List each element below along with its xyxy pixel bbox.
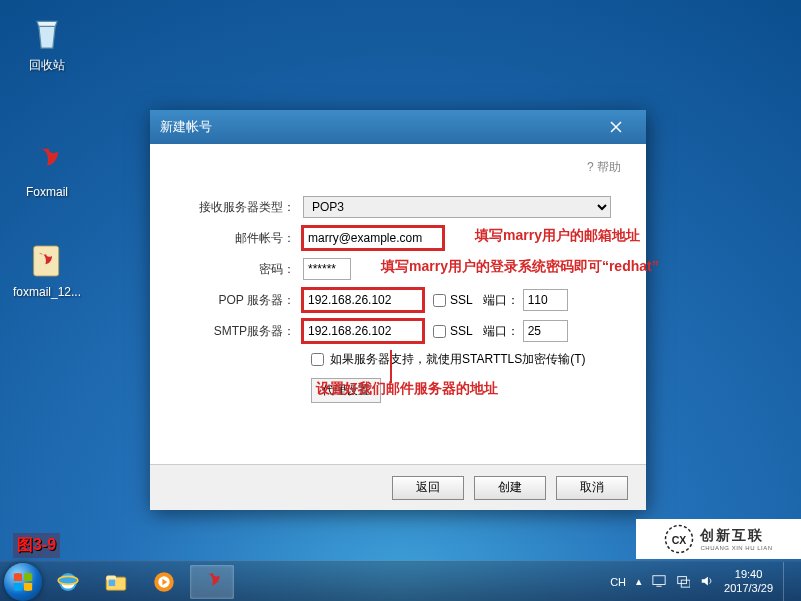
annotation-server: 设置好我们邮件服务器的地址 <box>316 380 498 398</box>
figure-label: 图3-9 <box>13 533 60 558</box>
taskbar-clock[interactable]: 19:40 2017/3/29 <box>724 568 773 594</box>
windows-logo-icon <box>12 571 34 593</box>
smtp-server-input[interactable] <box>303 320 423 342</box>
show-desktop-button[interactable] <box>783 562 795 602</box>
foxmail-icon <box>26 140 68 182</box>
taskbar-item-foxmail[interactable] <box>190 565 234 599</box>
desktop-icon-label: Foxmail <box>12 185 82 199</box>
pop-ssl-check[interactable]: SSL <box>433 293 473 307</box>
email-account-row: 邮件帐号： 填写marry用户的邮箱地址 <box>175 227 621 249</box>
watermark-brand: 创新互联 <box>700 527 772 545</box>
pop-port-input[interactable] <box>523 289 568 311</box>
server-type-label: 接收服务器类型： <box>175 199 303 216</box>
zip-file-icon <box>26 240 68 282</box>
dialog-title: 新建帐号 <box>160 118 596 136</box>
network-icon[interactable] <box>676 574 690 590</box>
starttls-checkbox[interactable] <box>311 353 324 366</box>
start-button[interactable] <box>4 563 42 601</box>
desktop-icon-foxmail-zip[interactable]: foxmail_12... <box>12 240 82 299</box>
pop-ssl-checkbox[interactable] <box>433 294 446 307</box>
server-type-select[interactable]: POP3 <box>303 196 611 218</box>
foxmail-icon <box>199 569 225 595</box>
create-button[interactable]: 创建 <box>474 476 546 500</box>
system-tray: CH ▴ 19:40 2017/3/29 <box>610 562 801 602</box>
taskbar-item-explorer[interactable] <box>94 565 138 599</box>
svg-rect-10 <box>653 575 665 584</box>
folder-icon <box>103 569 129 595</box>
taskbar-item-ie[interactable] <box>46 565 90 599</box>
pop-port-label: 端口： <box>483 292 519 309</box>
server-type-row: 接收服务器类型： POP3 <box>175 196 621 218</box>
watermark-sub: CHUANG XIN HU LIAN <box>700 545 772 551</box>
password-row: 密码： 填写marry用户的登录系统密码即可“redhat” <box>175 258 621 280</box>
smtp-port-input[interactable] <box>523 320 568 342</box>
clock-time: 19:40 <box>724 568 773 581</box>
dialog-footer: 返回 创建 取消 <box>150 464 646 510</box>
dialog-titlebar[interactable]: 新建帐号 <box>150 110 646 144</box>
tray-chevron-up-icon[interactable]: ▴ <box>636 575 642 588</box>
password-label: 密码： <box>175 261 303 278</box>
annotation-password: 填写marry用户的登录系统密码即可“redhat” <box>381 258 659 276</box>
ie-icon <box>55 569 81 595</box>
desktop-icon-recycle-bin[interactable]: 回收站 <box>12 12 82 74</box>
desktop-icon-label: 回收站 <box>12 57 82 74</box>
password-input[interactable] <box>303 258 351 280</box>
watermark: CX 创新互联 CHUANG XIN HU LIAN <box>636 519 801 559</box>
dialog-body: ? 帮助 接收服务器类型： POP3 邮件帐号： 填写marry用户的邮箱地址 … <box>150 144 646 403</box>
desktop-icon-foxmail[interactable]: Foxmail <box>12 140 82 199</box>
back-button[interactable]: 返回 <box>392 476 464 500</box>
smtp-ssl-check[interactable]: SSL <box>433 324 473 338</box>
smtp-server-row: SMTP服务器： SSL 端口： <box>175 320 621 342</box>
action-center-icon[interactable] <box>652 574 666 590</box>
pop-server-input[interactable] <box>303 289 423 311</box>
help-link[interactable]: ? 帮助 <box>175 159 621 176</box>
volume-icon[interactable] <box>700 574 714 590</box>
starttls-label: 如果服务器支持，就使用STARTTLS加密传输(T) <box>330 351 586 368</box>
svg-rect-7 <box>109 579 116 586</box>
recycle-bin-icon <box>26 12 68 54</box>
clock-date: 2017/3/29 <box>724 582 773 595</box>
pop-server-label: POP 服务器： <box>175 292 303 309</box>
annotation-arrow <box>390 350 392 383</box>
taskbar: CH ▴ 19:40 2017/3/29 <box>0 561 801 601</box>
taskbar-item-media-player[interactable] <box>142 565 186 599</box>
pop-server-row: POP 服务器： SSL 端口： <box>175 289 621 311</box>
smtp-port-label: 端口： <box>483 323 519 340</box>
email-account-label: 邮件帐号： <box>175 230 303 247</box>
annotation-email: 填写marry用户的邮箱地址 <box>475 227 640 245</box>
desktop-icon-label: foxmail_12... <box>12 285 82 299</box>
close-icon <box>610 121 622 133</box>
svg-text:CX: CX <box>672 534 687 546</box>
smtp-server-label: SMTP服务器： <box>175 323 303 340</box>
close-button[interactable] <box>596 117 636 137</box>
email-account-input[interactable] <box>303 227 443 249</box>
smtp-ssl-checkbox[interactable] <box>433 325 446 338</box>
new-account-dialog: 新建帐号 ? 帮助 接收服务器类型： POP3 邮件帐号： 填写marry用户的… <box>150 110 646 510</box>
cancel-button[interactable]: 取消 <box>556 476 628 500</box>
media-player-icon <box>151 569 177 595</box>
starttls-row: 如果服务器支持，就使用STARTTLS加密传输(T) <box>311 351 621 368</box>
watermark-logo-icon: CX <box>664 524 694 554</box>
ime-indicator[interactable]: CH <box>610 576 626 588</box>
